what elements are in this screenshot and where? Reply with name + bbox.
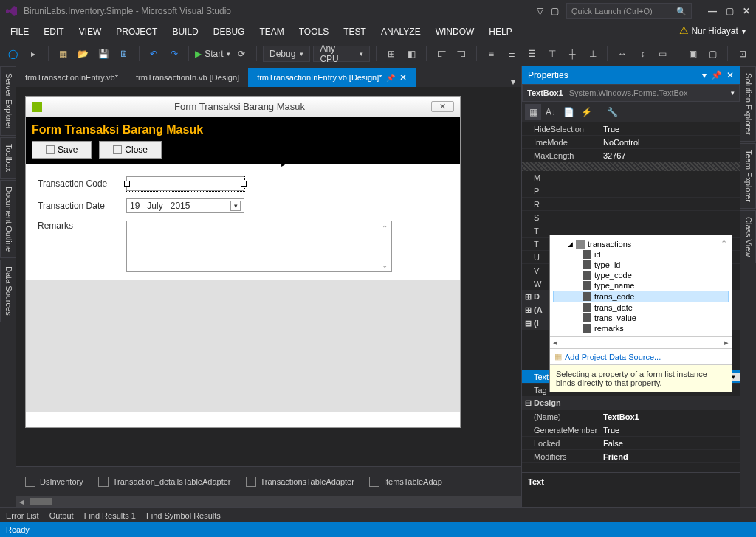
tabs-overflow-button[interactable]: ▾ [505,77,521,87]
menu-help[interactable]: HELP [481,24,519,40]
events-button[interactable]: ⚡ [578,104,594,120]
doc-tab-0[interactable]: frmTransactionInEntry.vb* [16,68,127,87]
maximize-button[interactable]: ▢ [726,6,734,16]
order-front[interactable]: ▣ [684,45,701,63]
menu-team[interactable]: TEAM [252,24,291,40]
align-btn-1[interactable]: ⫍ [433,45,450,63]
close-button[interactable]: ✕ [743,6,750,16]
menu-file[interactable]: FILE [3,24,36,40]
menu-test[interactable]: TEST [336,24,374,40]
nav-back-button[interactable]: ◯ [4,45,21,63]
panel-pin-icon[interactable]: 📌 [711,70,722,80]
platform-dropdown[interactable]: Any CPU▾ [313,46,370,62]
order-back[interactable]: ▢ [704,45,721,63]
properties-header[interactable]: Properties ▾ 📌 ✕ [522,66,740,84]
horizontal-scrollbar[interactable]: ◂ [16,496,521,507]
minimize-button[interactable]: — [708,6,717,16]
categorized-button[interactable]: ▦ [525,104,541,120]
find-results-1-tab[interactable]: Find Results 1 [84,511,136,520]
menu-view[interactable]: VIEW [72,24,109,40]
component-dsinventory[interactable]: DsInventory [25,477,83,487]
align-btn-2[interactable]: ⫎ [453,45,470,63]
object-selector[interactable]: TextBox1 System.Windows.Forms.TextBox ▾ [522,84,740,102]
component-items-adapter[interactable]: ItemsTableAdap [369,477,442,487]
save-button[interactable]: 💾 [95,45,112,63]
close-icon[interactable]: ✕ [399,72,407,83]
datagrid-placeholder[interactable] [26,280,460,412]
menu-window[interactable]: WINDOW [428,24,482,40]
tree-col-typecode[interactable]: type_code [553,270,729,280]
textbox-transaction-code[interactable] [126,176,244,191]
form-close-btn[interactable]: Close [99,141,162,159]
size-same[interactable]: ▭ [654,45,671,63]
spacing-h[interactable]: ↔ [614,45,630,63]
find-symbol-results-tab[interactable]: Find Symbol Results [146,511,221,520]
toolbox-tab[interactable]: Toolbox [0,137,16,179]
align-top[interactable]: ⊤ [543,45,560,63]
scroll-down-icon[interactable]: ⌄ [379,260,390,270]
spacing-v[interactable]: ↕ [634,45,651,63]
feedback-icon[interactable]: ▽ [537,6,543,16]
config-dropdown[interactable]: Debug▾ [263,46,310,62]
textbox-remarks[interactable]: ⌃ ⌄ [126,221,392,272]
align-bottom[interactable]: ⊥ [584,45,601,63]
align-right[interactable]: ☰ [523,45,540,63]
form-window[interactable]: Form Transaksi Barang Masuk ✕ Form Trans… [25,96,461,428]
solution-explorer-tab[interactable]: Solution Explorer [740,66,756,142]
panel-dropdown-icon[interactable]: ▾ [702,70,707,80]
panel-close-icon[interactable]: ✕ [726,70,734,80]
class-view-tab[interactable]: Class View [740,210,756,263]
tree-col-transvalue[interactable]: trans_value [553,313,729,323]
menu-edit[interactable]: EDIT [36,24,71,40]
error-list-tab[interactable]: Error List [6,511,39,520]
align-left[interactable]: ≡ [483,45,500,63]
browser-select-button[interactable]: ⟳ [233,45,250,63]
form-close-button[interactable]: ✕ [431,101,454,112]
save-all-button[interactable]: 🗎 [115,45,132,63]
scroll-up-icon[interactable]: ⌃ [379,223,390,233]
open-file-button[interactable]: 📂 [75,45,92,63]
layout-btn-1[interactable]: ⊞ [382,45,399,63]
property-grid[interactable]: HideSelectionTrue ImeModeNoControl MaxLe… [522,122,740,472]
alphabetical-button[interactable]: A↓ [543,104,559,120]
output-tab[interactable]: Output [49,511,74,520]
start-debug-button[interactable]: ▶ Start ▾ [195,49,230,59]
popup-hscroll[interactable]: ◂▸ [550,336,732,348]
tree-col-transdate[interactable]: trans_date [553,302,729,313]
account-button[interactable]: ⚠ Nur Hidayat ▼ [679,24,747,36]
tree-col-remarks[interactable]: remarks [553,323,729,333]
menu-analyze[interactable]: ANALYZE [374,24,428,40]
properties-button[interactable]: 📄 [560,104,577,120]
redo-button[interactable]: ↷ [165,45,182,63]
tree-col-transcode[interactable]: trans_code [553,291,729,302]
doc-tab-2[interactable]: frmTransactionInEntry.vb [Design]*📌✕ [248,68,416,87]
component-transdetails-adapter[interactable]: Transaction_detailsTableAdapter [98,477,231,487]
form-designer[interactable]: Form Transaksi Barang Masuk ✕ Form Trans… [16,87,521,466]
align-center[interactable]: ≣ [503,45,520,63]
notifications-icon[interactable]: ▢ [551,6,559,16]
nav-forward-button[interactable]: ▸ [24,45,41,63]
property-pages-button[interactable]: 🔧 [604,104,620,120]
menu-tools[interactable]: TOOLS [292,24,336,40]
calendar-icon[interactable]: ▾ [230,201,241,211]
pin-icon[interactable]: 📌 [386,74,395,82]
server-explorer-tab[interactable]: Server Explorer [0,66,16,136]
new-project-button[interactable]: ▦ [55,45,72,63]
tree-col-typeid[interactable]: type_id [553,260,729,270]
tab-order[interactable]: ⊡ [734,45,751,63]
quick-launch-input[interactable]: Quick Launch (Ctrl+Q) 🔍 [566,3,692,19]
datasource-tree[interactable]: ◢transactions⌃ id type_id type_code type… [550,235,732,336]
undo-button[interactable]: ↶ [145,45,162,63]
menu-build[interactable]: BUILD [165,24,205,40]
form-save-button[interactable]: Save [32,141,92,159]
add-datasource-link[interactable]: ▦Add Project Data Source... [550,348,732,364]
tree-col-id[interactable]: id [553,249,729,260]
tree-col-typename[interactable]: type_name [553,280,729,291]
document-outline-tab[interactable]: Document Outline [0,180,16,258]
menu-debug[interactable]: DEBUG [206,24,252,40]
tree-table[interactable]: ◢transactions⌃ [553,238,729,249]
component-transactions-adapter[interactable]: TransactionsTableAdapter [246,477,354,487]
team-explorer-tab[interactable]: Team Explorer [740,143,756,209]
menu-project[interactable]: PROJECT [109,24,165,40]
smart-tag-icon[interactable]: ▸ [281,160,285,168]
